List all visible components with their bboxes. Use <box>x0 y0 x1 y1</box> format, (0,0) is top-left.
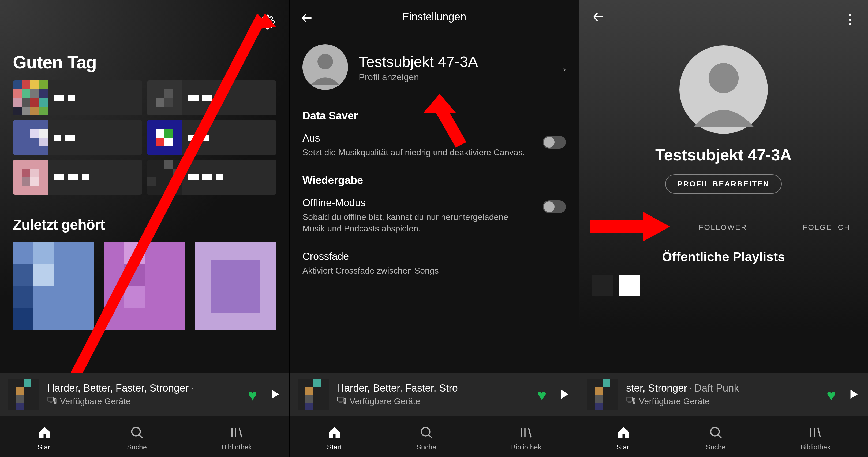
quick-tile[interactable] <box>147 120 277 155</box>
devices-icon[interactable] <box>337 396 346 407</box>
bottom-nav: Start Suche Bibliothek <box>0 416 289 457</box>
group-heading-playback: Wiedergabe <box>303 174 566 187</box>
profile-row[interactable]: Testsubjekt 47-3A Profil anzeigen › <box>289 33 579 104</box>
tab-playlists[interactable]: PLAYLISTS <box>597 223 643 232</box>
avatar-icon <box>303 44 348 91</box>
nav-search[interactable]: Suche <box>416 425 436 451</box>
kebab-menu-icon[interactable] <box>845 10 855 29</box>
recent-row[interactable] <box>13 242 277 331</box>
now-playing-track: Harder, Better, Faster, Stro <box>337 382 458 394</box>
toggle-offline-mode[interactable] <box>543 200 566 213</box>
back-icon[interactable] <box>592 10 605 29</box>
quick-tiles-grid <box>13 81 277 195</box>
devices-icon[interactable] <box>47 396 57 407</box>
now-playing-artist: Daft Punk <box>694 382 739 394</box>
svg-point-18 <box>634 402 634 403</box>
now-playing-bar[interactable]: Harder, Better, Faster, Stro Verfügbare … <box>289 373 579 416</box>
gear-icon[interactable] <box>260 15 275 31</box>
devices-label[interactable]: Verfügbare Geräte <box>60 396 130 406</box>
quick-tile[interactable] <box>13 81 142 115</box>
quick-tile[interactable] <box>13 120 142 155</box>
tab-following[interactable]: FOLGE ICH <box>803 223 850 232</box>
greeting-heading: Guten Tag <box>13 52 277 73</box>
home-icon <box>37 425 52 441</box>
svg-point-12 <box>344 402 345 403</box>
profile-subtitle: Profil anzeigen <box>359 72 478 82</box>
now-playing-art[interactable] <box>298 379 329 410</box>
heart-icon[interactable]: ♥ <box>248 386 257 404</box>
now-playing-bar[interactable]: ster, Stronger·Daft Punk Verfügbare Gerä… <box>579 373 868 416</box>
svg-rect-10 <box>338 397 343 401</box>
play-icon[interactable] <box>268 388 281 402</box>
settings-title: Einstellungen <box>402 11 466 23</box>
playlist-thumb[interactable] <box>619 275 640 296</box>
home-icon <box>327 425 342 441</box>
nav-library[interactable]: Bibliothek <box>511 425 541 451</box>
now-playing-art[interactable] <box>587 379 618 410</box>
library-icon <box>808 425 823 441</box>
svg-point-15 <box>708 63 738 93</box>
toggle-data-saver[interactable] <box>543 136 566 149</box>
profile-name-large: Testsubjekt 47-3A <box>579 146 868 164</box>
nav-library[interactable]: Bibliothek <box>801 425 831 451</box>
devices-label[interactable]: Verfügbare Geräte <box>639 396 709 406</box>
devices-label[interactable]: Verfügbare Geräte <box>350 396 420 406</box>
search-icon <box>709 425 723 441</box>
play-icon[interactable] <box>557 388 570 402</box>
svg-point-5 <box>55 402 56 403</box>
svg-point-13 <box>421 427 430 436</box>
svg-point-0 <box>266 20 270 24</box>
recent-card[interactable] <box>104 242 185 331</box>
library-icon <box>229 425 244 441</box>
now-playing-track: ster, Stronger <box>626 382 687 394</box>
quick-tile[interactable] <box>13 160 142 195</box>
setting-data-saver-off[interactable]: Aus Setzt die Musikqualität auf niedrig … <box>303 133 566 158</box>
group-heading-data-saver: Data Saver <box>303 110 566 122</box>
recent-card[interactable] <box>13 242 94 331</box>
recent-card[interactable] <box>195 242 277 331</box>
back-icon[interactable] <box>300 11 314 26</box>
edit-profile-button[interactable]: PROFIL BEARBEITEN <box>665 174 782 194</box>
svg-point-6 <box>132 427 141 436</box>
play-icon[interactable] <box>846 388 860 402</box>
now-playing-track: Harder, Better, Faster, Stronger <box>47 382 189 394</box>
bottom-nav: Start Suche Bibliothek <box>579 416 868 457</box>
setting-offline-mode[interactable]: Offline-Modus Sobald du offline bist, ka… <box>303 197 566 234</box>
svg-rect-3 <box>48 397 54 401</box>
quick-tile[interactable] <box>147 81 277 115</box>
profile-avatar-large[interactable] <box>579 45 868 134</box>
public-playlists-row <box>579 264 868 296</box>
chevron-right-icon: › <box>563 64 566 74</box>
public-playlists-heading: Öffentliche Playlists <box>579 250 868 264</box>
profile-name: Testsubjekt 47-3A <box>359 53 478 70</box>
svg-rect-16 <box>627 397 632 401</box>
quick-tile[interactable] <box>147 160 277 195</box>
screen-settings: Einstellungen Testsubjekt 47-3A Profil a… <box>289 0 579 457</box>
nav-search[interactable]: Suche <box>706 425 726 451</box>
nav-start[interactable]: Start <box>327 425 342 451</box>
tab-follower[interactable]: FOLLOWER <box>699 223 747 232</box>
screen-home: Guten Tag Zuletzt gehört <box>0 0 289 457</box>
recent-heading: Zuletzt gehört <box>13 216 277 233</box>
nav-start[interactable]: Start <box>616 425 631 451</box>
bottom-nav: Start Suche Bibliothek <box>289 416 579 457</box>
svg-point-8 <box>317 54 333 69</box>
setting-crossfade[interactable]: Crossfade Aktiviert Crossfade zwischen S… <box>303 251 566 277</box>
heart-icon[interactable]: ♥ <box>537 386 547 404</box>
nav-library[interactable]: Bibliothek <box>222 425 252 451</box>
nav-search[interactable]: Suche <box>127 425 147 451</box>
nav-start[interactable]: Start <box>37 425 52 451</box>
playlist-thumb[interactable] <box>592 275 613 296</box>
home-icon <box>616 425 631 441</box>
library-icon <box>519 425 533 441</box>
now-playing-art[interactable] <box>8 379 39 410</box>
search-icon <box>130 425 144 441</box>
heart-icon[interactable]: ♥ <box>827 386 836 404</box>
svg-point-19 <box>711 427 719 436</box>
screen-profile: Testsubjekt 47-3A PROFIL BEARBEITEN PLAY… <box>579 0 868 457</box>
devices-icon[interactable] <box>626 396 636 407</box>
now-playing-bar[interactable]: Harder, Better, Faster, Stronger· Verfüg… <box>0 373 289 416</box>
search-icon <box>419 425 434 441</box>
